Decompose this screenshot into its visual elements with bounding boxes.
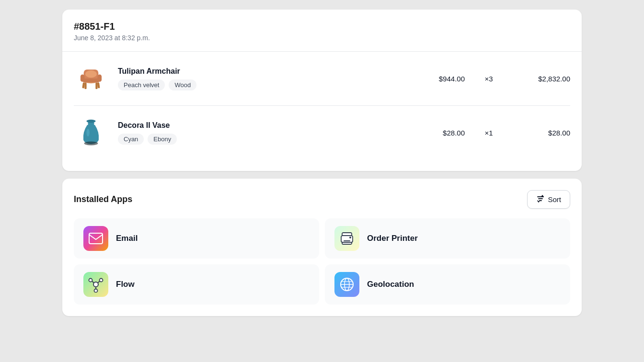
order-date: June 8, 2023 at 8:32 p.m. — [74, 34, 570, 42]
svg-rect-4 — [98, 75, 102, 82]
tag-peach-velvet: Peach velvet — [118, 79, 165, 90]
order-item: Tulipan Armchair Peach velvet Wood $944.… — [74, 52, 570, 105]
svg-rect-2 — [83, 79, 99, 83]
svg-rect-7 — [82, 82, 85, 88]
tag-wood: Wood — [169, 79, 196, 90]
item-unit-price: $944.00 — [412, 75, 465, 83]
svg-rect-5 — [84, 83, 86, 90]
svg-line-25 — [92, 281, 94, 283]
vase-icon — [79, 117, 104, 148]
app-name-geo: Geolocation — [367, 280, 414, 289]
item-total: $28.00 — [513, 129, 570, 137]
apps-grid: Email Order Printer — [74, 218, 570, 305]
item-tags: Cyan Ebony — [118, 134, 402, 145]
app-icon-email — [83, 226, 108, 251]
item-tags: Peach velvet Wood — [118, 79, 402, 90]
app-name-email: Email — [116, 234, 138, 243]
svg-point-9 — [85, 70, 97, 78]
svg-point-12 — [84, 141, 98, 145]
svg-rect-18 — [344, 240, 350, 241]
item-total: $2,832.00 — [513, 75, 570, 83]
order-id: #8851-F1 — [74, 21, 570, 32]
item-image-vase — [74, 115, 108, 150]
app-item-email[interactable]: Email — [74, 218, 319, 259]
svg-point-13 — [86, 129, 89, 136]
item-name: Decora II Vase — [118, 121, 402, 130]
item-image-armchair — [74, 61, 108, 96]
app-icon-printer — [334, 226, 359, 251]
svg-line-26 — [98, 281, 100, 283]
svg-rect-14 — [89, 233, 103, 244]
apps-title: Installed Apps — [74, 194, 132, 204]
item-qty: ×1 — [474, 129, 503, 137]
order-header: #8851-F1 June 8, 2023 at 8:32 p.m. — [74, 21, 570, 42]
app-icon-geo — [334, 272, 359, 297]
app-item-flow[interactable]: Flow — [74, 264, 319, 305]
svg-point-11 — [86, 120, 95, 123]
order-item: Decora II Vase Cyan Ebony $28.00 ×1 $28.… — [74, 105, 570, 159]
item-details-armchair: Tulipan Armchair Peach velvet Wood — [118, 67, 402, 90]
item-name: Tulipan Armchair — [118, 67, 402, 76]
item-unit-price: $28.00 — [412, 129, 465, 137]
sort-label: Sort — [548, 195, 561, 204]
app-name-printer: Order Printer — [367, 234, 418, 243]
app-item-printer[interactable]: Order Printer — [325, 218, 570, 259]
app-name-flow: Flow — [116, 280, 135, 289]
app-item-geo[interactable]: Geolocation — [325, 264, 570, 305]
svg-rect-8 — [97, 82, 100, 88]
order-card: #8851-F1 June 8, 2023 at 8:32 p.m. — [62, 10, 582, 171]
svg-point-22 — [89, 279, 92, 282]
app-icon-flow — [83, 272, 108, 297]
item-qty: ×3 — [474, 75, 503, 83]
sort-button[interactable]: Sort — [527, 190, 570, 209]
armchair-icon — [75, 62, 107, 95]
svg-point-20 — [349, 237, 351, 238]
sort-icon — [536, 194, 545, 204]
tag-cyan: Cyan — [118, 134, 144, 145]
svg-rect-3 — [80, 75, 85, 82]
apps-header: Installed Apps Sort — [74, 190, 570, 209]
svg-rect-19 — [344, 242, 348, 243]
tag-ebony: Ebony — [148, 134, 177, 145]
item-details-vase: Decora II Vase Cyan Ebony — [118, 121, 402, 145]
svg-point-24 — [94, 289, 98, 293]
installed-apps-card: Installed Apps Sort Email — [62, 179, 582, 316]
svg-point-23 — [100, 279, 103, 282]
svg-rect-6 — [95, 83, 97, 90]
